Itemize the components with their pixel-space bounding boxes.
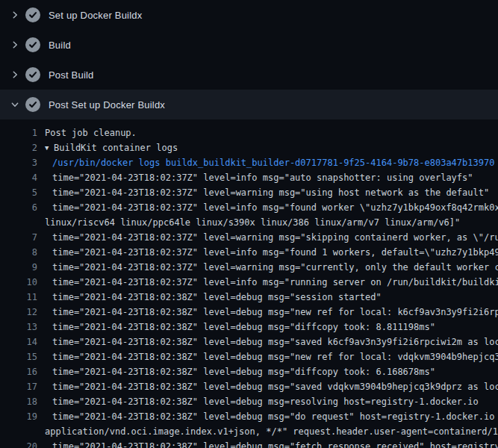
log-line: 8 time="2021-04-23T18:02:37Z" level=info… bbox=[0, 245, 498, 260]
log-line-number[interactable]: 9 bbox=[0, 260, 37, 275]
check-circle-icon bbox=[25, 37, 40, 52]
log-line: 16 time="2021-04-23T18:02:38Z" level=deb… bbox=[0, 364, 498, 379]
actions-log-viewer: Set up Docker Buildx Build Post Buil bbox=[0, 0, 498, 448]
log-line-number[interactable]: 13 bbox=[0, 320, 37, 335]
log-line-text: time="2021-04-23T18:02:38Z" level=debug … bbox=[52, 379, 498, 394]
log-line: 18 time="2021-04-23T18:02:38Z" level=deb… bbox=[0, 394, 498, 409]
log-line: 1 Post job cleanup. bbox=[0, 125, 498, 140]
check-circle-icon bbox=[25, 67, 40, 82]
chevron-right-icon[interactable] bbox=[9, 69, 21, 81]
log-line-number[interactable]: 15 bbox=[0, 349, 37, 364]
log-line: 17 time="2021-04-23T18:02:38Z" level=deb… bbox=[0, 379, 498, 394]
chevron-down-icon[interactable] bbox=[9, 99, 21, 111]
step-label: Set up Docker Buildx bbox=[49, 10, 142, 20]
log-panel: 1 Post job cleanup. 2 ▼ BuildKit contain… bbox=[0, 119, 498, 448]
log-line-number[interactable]: 1 bbox=[0, 125, 37, 140]
log-line-number[interactable]: 5 bbox=[0, 185, 37, 200]
log-line-text: time="2021-04-23T18:02:38Z" level=debug … bbox=[52, 394, 479, 409]
log-line-number[interactable]: 8 bbox=[0, 245, 37, 260]
step-label: Post Set up Docker Buildx bbox=[49, 100, 165, 110]
log-line: 20 time="2021-04-23T18:02:38Z" level=deb… bbox=[0, 439, 498, 448]
check-circle-icon bbox=[25, 7, 40, 22]
log-line-text: time="2021-04-23T18:02:37Z" level=info m… bbox=[52, 170, 473, 185]
log-line-number[interactable]: 17 bbox=[0, 379, 37, 394]
log-line-text: time="2021-04-23T18:02:38Z" level=debug … bbox=[52, 290, 382, 305]
log-line: application/vnd.oci.image.index.v1+json,… bbox=[0, 424, 498, 439]
log-line: 6 time="2021-04-23T18:02:37Z" level=info… bbox=[0, 200, 498, 215]
log-line-text[interactable]: BuildKit container logs bbox=[54, 140, 178, 155]
log-line-number[interactable]: 19 bbox=[0, 409, 37, 424]
collapse-triangle-icon[interactable]: ▼ bbox=[45, 140, 54, 155]
step-label: Post Build bbox=[49, 70, 94, 80]
step-row[interactable]: Post Build bbox=[0, 60, 498, 90]
log-line-text: time="2021-04-23T18:02:38Z" level=debug … bbox=[52, 409, 498, 424]
log-line: 7 time="2021-04-23T18:02:37Z" level=warn… bbox=[0, 230, 498, 245]
log-line-number[interactable]: 3 bbox=[0, 155, 37, 170]
log-line: linux/riscv64 linux/ppc64le linux/s390x … bbox=[0, 215, 498, 230]
log-line: 15 time="2021-04-23T18:02:38Z" level=deb… bbox=[0, 349, 498, 364]
check-circle-icon bbox=[25, 97, 40, 112]
log-line-number[interactable]: 4 bbox=[0, 170, 37, 185]
log-line-number[interactable]: 2 bbox=[0, 140, 37, 155]
log-line-number[interactable]: 20 bbox=[0, 439, 37, 448]
log-line-text: time="2021-04-23T18:02:37Z" level=warnin… bbox=[52, 260, 498, 275]
log-line-text: time="2021-04-23T18:02:38Z" level=debug … bbox=[52, 335, 498, 349]
step-row[interactable]: Set up Docker Buildx bbox=[0, 0, 498, 30]
log-line-number[interactable] bbox=[0, 215, 37, 230]
log-line: 12 time="2021-04-23T18:02:38Z" level=deb… bbox=[0, 305, 498, 320]
log-line-text: application/vnd.oci.image.index.v1+json,… bbox=[45, 424, 498, 439]
step-list: Set up Docker Buildx Build Post Buil bbox=[0, 0, 498, 119]
log-line: 5 time="2021-04-23T18:02:37Z" level=warn… bbox=[0, 185, 498, 200]
log-line: 13 time="2021-04-23T18:02:38Z" level=deb… bbox=[0, 320, 498, 335]
log-line-number[interactable]: 11 bbox=[0, 290, 37, 305]
log-line-number[interactable]: 12 bbox=[0, 305, 37, 320]
log-line: 4 time="2021-04-23T18:02:37Z" level=info… bbox=[0, 170, 498, 185]
log-line-text: Post job cleanup. bbox=[45, 125, 137, 140]
log-line: 11 time="2021-04-23T18:02:38Z" level=deb… bbox=[0, 290, 498, 305]
log-line: 3 /usr/bin/docker logs buildx_buildkit_b… bbox=[0, 155, 498, 170]
log-line-text: time="2021-04-23T18:02:38Z" level=debug … bbox=[52, 349, 498, 364]
log-line-number[interactable]: 10 bbox=[0, 275, 37, 290]
log-line-text: time="2021-04-23T18:02:38Z" level=debug … bbox=[52, 305, 498, 320]
log-line-text: linux/riscv64 linux/ppc64le linux/s390x … bbox=[45, 215, 460, 230]
log-line: 9 time="2021-04-23T18:02:37Z" level=warn… bbox=[0, 260, 498, 275]
log-line: 19 time="2021-04-23T18:02:38Z" level=deb… bbox=[0, 409, 498, 424]
step-label: Build bbox=[49, 40, 71, 50]
log-line-text: time="2021-04-23T18:02:37Z" level=info m… bbox=[52, 200, 498, 215]
log-line-text: time="2021-04-23T18:02:37Z" level=info m… bbox=[52, 275, 498, 290]
log-line-number[interactable]: 16 bbox=[0, 364, 37, 379]
log-line-text: /usr/bin/docker logs buildx_buildkit_bui… bbox=[52, 155, 494, 170]
chevron-right-icon[interactable] bbox=[9, 39, 21, 51]
log-line: 14 time="2021-04-23T18:02:38Z" level=deb… bbox=[0, 335, 498, 349]
step-row[interactable]: Post Set up Docker Buildx bbox=[0, 90, 498, 119]
log-line: 10 time="2021-04-23T18:02:37Z" level=inf… bbox=[0, 275, 498, 290]
log-line-text: time="2021-04-23T18:02:37Z" level=warnin… bbox=[52, 230, 498, 245]
log-line: 2 ▼ BuildKit container logs bbox=[0, 140, 498, 155]
log-line-number[interactable]: 6 bbox=[0, 200, 37, 215]
log-line-number[interactable]: 18 bbox=[0, 394, 37, 409]
log-line-number[interactable] bbox=[0, 424, 37, 439]
log-line-text: time="2021-04-23T18:02:37Z" level=info m… bbox=[52, 245, 498, 260]
log-line-text: time="2021-04-23T18:02:38Z" level=debug … bbox=[52, 320, 435, 335]
log-line-number[interactable]: 7 bbox=[0, 230, 37, 245]
chevron-right-icon[interactable] bbox=[9, 9, 21, 21]
log-line-text: time="2021-04-23T18:02:37Z" level=warnin… bbox=[52, 185, 489, 200]
step-row[interactable]: Build bbox=[0, 30, 498, 60]
log-line-text: time="2021-04-23T18:02:38Z" level=debug … bbox=[52, 439, 498, 448]
log-line-number[interactable]: 14 bbox=[0, 335, 37, 349]
log-line-text: time="2021-04-23T18:02:38Z" level=debug … bbox=[52, 364, 435, 379]
